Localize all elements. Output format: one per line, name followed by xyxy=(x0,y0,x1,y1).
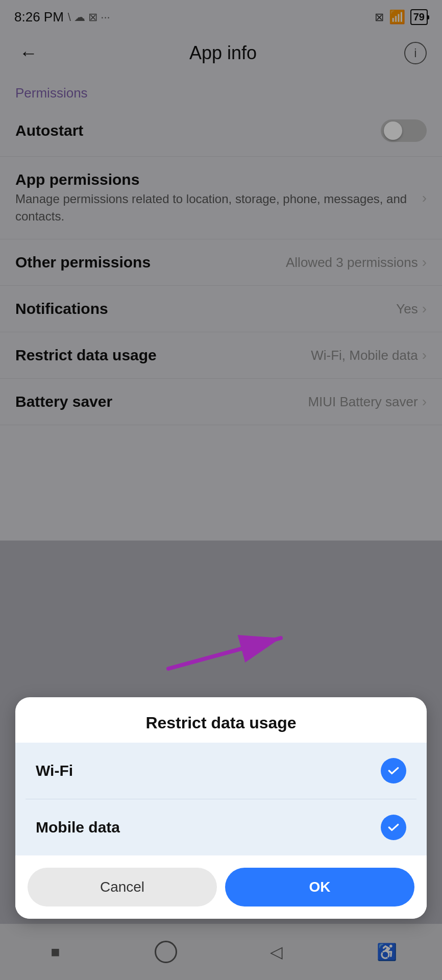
mobile-data-label: Mobile data xyxy=(36,819,120,836)
ok-button[interactable]: OK xyxy=(225,868,414,906)
arrow-annotation xyxy=(163,623,296,686)
wifi-check[interactable] xyxy=(381,758,406,783)
cancel-button[interactable]: Cancel xyxy=(28,868,217,906)
mobile-data-check[interactable] xyxy=(381,815,406,840)
wifi-option[interactable]: Wi-Fi xyxy=(26,743,416,799)
dialog-options: Wi-Fi Mobile data xyxy=(15,743,427,855)
mobile-data-option[interactable]: Mobile data xyxy=(26,799,416,855)
restrict-data-dialog: Restrict data usage Wi-Fi Mobile data Ca… xyxy=(15,697,427,919)
dialog-title: Restrict data usage xyxy=(15,697,427,743)
dialog-actions: Cancel OK xyxy=(15,855,427,919)
svg-line-1 xyxy=(168,638,281,669)
wifi-label: Wi-Fi xyxy=(36,762,73,779)
